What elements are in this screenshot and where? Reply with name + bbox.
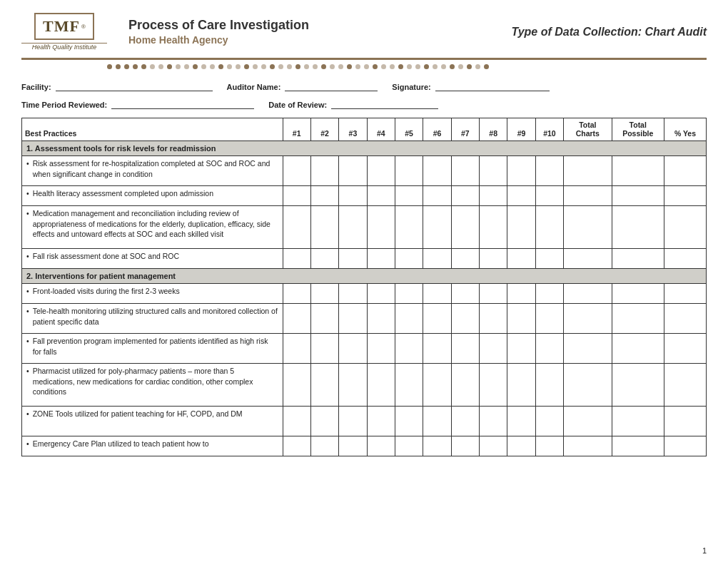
col-header-total-possible: Total Possible: [612, 118, 664, 141]
logo-subtitle: Health Quality Institute: [32, 44, 97, 51]
chart-cell-2: [310, 334, 338, 364]
chart-cell-9: [507, 436, 535, 456]
dot: [347, 64, 352, 69]
facility-input[interactable]: [56, 82, 213, 91]
table-row: •Front-loaded visits during the first 2-…: [22, 284, 707, 304]
table-header-row: Best Practices #1 #2 #3 #4 #5 #6 #7 #8 #…: [22, 118, 707, 141]
dot: [210, 64, 215, 69]
chart-cell-1: [283, 156, 310, 186]
chart-cell-9: [507, 334, 535, 364]
time-period-input[interactable]: [111, 100, 254, 109]
dot: [381, 64, 386, 69]
table-row: •Fall risk assessment done at SOC and RO…: [22, 249, 707, 269]
dot: [304, 64, 309, 69]
total-possible-cell: [612, 304, 664, 334]
bullet-icon: •: [26, 306, 29, 317]
chart-cell-7: [451, 304, 479, 334]
practice-cell: •Fall risk assessment done at SOC and RO…: [22, 249, 283, 269]
total-charts-cell: [564, 436, 612, 456]
total-charts-cell: [564, 284, 612, 304]
chart-cell-10: [535, 249, 563, 269]
chart-cell-10: [535, 284, 563, 304]
title-sub: Home Health Agency: [128, 34, 490, 46]
chart-cell-1: [283, 334, 310, 364]
chart-cell-2: [310, 284, 338, 304]
dot: [330, 64, 335, 69]
chart-cell-4: [367, 364, 395, 407]
chart-cell-4: [367, 156, 395, 186]
chart-cell-5: [395, 436, 423, 456]
total-possible-cell: [612, 436, 664, 456]
time-period-field: Time Period Reviewed:: [21, 100, 254, 109]
dot: [321, 64, 326, 69]
divider-dots: [21, 64, 707, 69]
col-header-practice: Best Practices: [22, 118, 283, 141]
chart-cell-8: [480, 436, 507, 456]
bullet-icon: •: [26, 439, 29, 449]
chart-cell-6: [423, 156, 451, 186]
chart-cell-6: [423, 364, 451, 407]
chart-cell-9: [507, 206, 535, 249]
dot: [116, 64, 121, 69]
pct-yes-cell: [664, 304, 706, 334]
practice-text: Front-loaded visits during the first 2-3…: [33, 286, 180, 297]
chart-cell-10: [535, 186, 563, 206]
signature-label: Signature:: [392, 83, 430, 91]
practice-cell: •ZONE Tools utilized for patient teachin…: [22, 407, 283, 436]
chart-cell-3: [339, 156, 367, 186]
table-row: •Pharmacist utilized for poly-pharmacy p…: [22, 364, 707, 407]
chart-cell-8: [480, 156, 507, 186]
dot: [475, 64, 480, 69]
time-period-label: Time Period Reviewed:: [21, 101, 107, 109]
section-row: 1. Assessment tools for risk levels for …: [22, 141, 707, 156]
chart-cell-6: [423, 407, 451, 436]
total-possible-cell: [612, 186, 664, 206]
logo-box: TMF ®: [34, 13, 94, 40]
dot: [218, 64, 223, 69]
practice-text: Fall prevention program implemented for …: [33, 336, 278, 357]
chart-cell-2: [310, 364, 338, 407]
chart-cell-4: [367, 284, 395, 304]
col-header-1: #1: [283, 118, 310, 141]
chart-cell-2: [310, 206, 338, 249]
total-charts-cell: [564, 364, 612, 407]
chart-cell-4: [367, 334, 395, 364]
practice-text: Pharmacist utilized for poly-pharmacy pa…: [33, 366, 278, 397]
chart-cell-6: [423, 436, 451, 456]
chart-cell-1: [283, 436, 310, 456]
header-titles: Process of Care Investigation Home Healt…: [128, 18, 490, 46]
date-review-input[interactable]: [331, 100, 438, 109]
chart-cell-3: [339, 364, 367, 407]
chart-cell-4: [367, 249, 395, 269]
col-header-9: #9: [507, 118, 535, 141]
col-header-2: #2: [310, 118, 338, 141]
auditor-field: Auditor Name:: [227, 82, 378, 91]
chart-cell-8: [480, 304, 507, 334]
chart-cell-5: [395, 186, 423, 206]
chart-cell-3: [339, 304, 367, 334]
dot: [433, 64, 438, 69]
chart-cell-4: [367, 186, 395, 206]
auditor-input[interactable]: [285, 82, 378, 91]
dot: [227, 64, 232, 69]
dot: [441, 64, 446, 69]
chart-cell-9: [507, 249, 535, 269]
chart-cell-9: [507, 364, 535, 407]
chart-cell-7: [451, 284, 479, 304]
pct-yes-cell: [664, 206, 706, 249]
chart-cell-2: [310, 186, 338, 206]
chart-cell-9: [507, 186, 535, 206]
practice-cell: •Front-loaded visits during the first 2-…: [22, 284, 283, 304]
pct-yes-cell: [664, 436, 706, 456]
chart-cell-7: [451, 364, 479, 407]
total-charts-cell: [564, 407, 612, 436]
chart-cell-3: [339, 284, 367, 304]
signature-input[interactable]: [435, 82, 550, 91]
chart-cell-1: [283, 284, 310, 304]
chart-cell-9: [507, 407, 535, 436]
dot: [176, 64, 181, 69]
title-main: Process of Care Investigation: [128, 18, 490, 33]
table-row: •Medication management and reconciliatio…: [22, 206, 707, 249]
dot: [458, 64, 463, 69]
bullet-icon: •: [26, 286, 29, 297]
